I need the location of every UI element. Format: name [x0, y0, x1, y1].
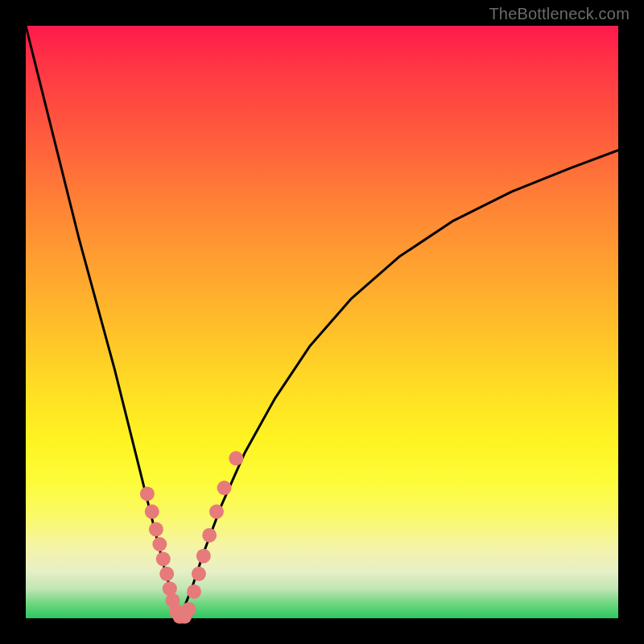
chart-svg [26, 26, 618, 618]
data-marker [181, 602, 196, 617]
data-marker [187, 584, 201, 599]
data-marker [196, 549, 211, 564]
data-marker [159, 567, 174, 581]
data-marker [156, 551, 171, 566]
data-marker [202, 528, 217, 543]
data-marker [152, 537, 167, 551]
chart-frame: TheBottleneck.com [0, 0, 644, 644]
data-marker [209, 505, 224, 519]
data-marker [229, 451, 243, 465]
plot-area [26, 26, 618, 618]
data-marker [145, 505, 159, 519]
data-marker [149, 522, 163, 537]
data-marker [217, 481, 232, 495]
curve-right-branch [180, 151, 618, 618]
watermark-text: TheBottleneck.com [489, 5, 630, 23]
curve-lines [26, 26, 618, 618]
data-marker [140, 486, 155, 501]
data-marker [192, 567, 206, 581]
